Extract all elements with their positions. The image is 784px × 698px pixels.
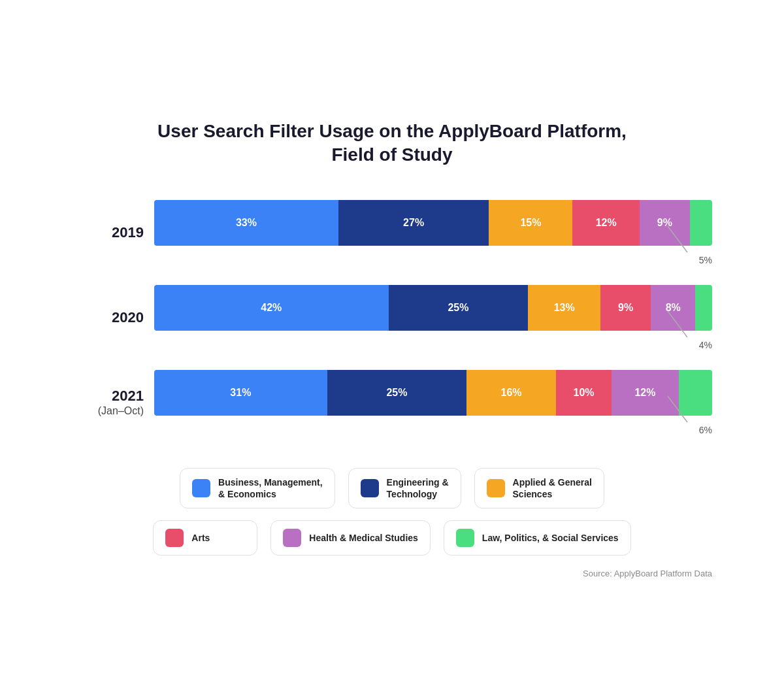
bar-segment: 9%: [600, 285, 651, 331]
bar-wrapper: 33%27%15%12%9% 5%: [154, 200, 712, 265]
bar-segment: 16%: [466, 370, 556, 416]
legend-label: Business, Management,& Economics: [218, 476, 323, 500]
bar-year-label: 2019: [72, 224, 144, 241]
legend-label: Arts: [191, 532, 210, 544]
chart-container: User Search Filter Usage on the ApplyBoa…: [33, 93, 751, 605]
source-text: Source: ApplyBoard Platform Data: [72, 569, 712, 578]
legend-section: Business, Management,& EconomicsEngineer…: [72, 468, 712, 556]
legend-item: Arts: [153, 520, 257, 556]
bar-segment: 27%: [338, 200, 489, 246]
legend-color-box: [283, 529, 301, 547]
legend-row-1: Business, Management,& EconomicsEngineer…: [180, 468, 604, 508]
bar-wrapper: 31%25%16%10%12% 6%: [154, 370, 712, 435]
legend-label: Law, Politics, & Social Services: [482, 532, 619, 544]
bar-row: 202042%25%13%9%8% 4%: [72, 285, 712, 350]
svg-line-0: [668, 226, 687, 252]
stacked-bar: 31%25%16%10%12%: [154, 370, 712, 416]
bar-segment: 15%: [489, 200, 572, 246]
svg-line-1: [668, 311, 687, 337]
legend-color-box: [165, 529, 184, 547]
bar-row: 201933%27%15%12%9% 5%: [72, 200, 712, 265]
bar-segment: 12%: [572, 200, 639, 246]
bar-year-label: 2020: [72, 309, 144, 326]
legend-item: Health & Medical Studies: [270, 520, 430, 556]
legend-row-2: ArtsHealth & Medical StudiesLaw, Politic…: [153, 520, 630, 556]
chart-title: User Search Filter Usage on the ApplyBoa…: [72, 120, 712, 167]
legend-color-box: [456, 529, 474, 547]
bar-segment: 25%: [327, 370, 467, 416]
bar-segment: 42%: [154, 285, 389, 331]
bar-segment: 31%: [154, 370, 327, 416]
legend-item: Law, Politics, & Social Services: [444, 520, 631, 556]
legend-item: Business, Management,& Economics: [180, 468, 335, 508]
legend-color-box: [487, 479, 505, 497]
bar-year-label: 2021(Jan–Oct): [72, 388, 144, 418]
legend-color-box: [361, 479, 379, 497]
bar-segment: 33%: [154, 200, 338, 246]
legend-label: Applied & GeneralSciences: [513, 476, 592, 500]
bar-row: 2021(Jan–Oct)31%25%16%10%12% 6%: [72, 370, 712, 435]
bar-wrapper: 42%25%13%9%8% 4%: [154, 285, 712, 350]
bar-segment: 10%: [556, 370, 612, 416]
bar-segment: 13%: [528, 285, 600, 331]
bar-segment: 25%: [389, 285, 529, 331]
stacked-bar: 33%27%15%12%9%: [154, 200, 712, 246]
legend-color-box: [192, 479, 210, 497]
legend-item: Applied & GeneralSciences: [474, 468, 604, 508]
legend-label: Health & Medical Studies: [309, 532, 417, 544]
stacked-bar: 42%25%13%9%8%: [154, 285, 712, 331]
svg-line-2: [668, 396, 687, 422]
bars-section: 201933%27%15%12%9% 5% 202042%25%13%9%8% …: [72, 200, 712, 435]
legend-item: Engineering &Technology: [348, 468, 461, 508]
legend-label: Engineering &Technology: [387, 476, 449, 500]
